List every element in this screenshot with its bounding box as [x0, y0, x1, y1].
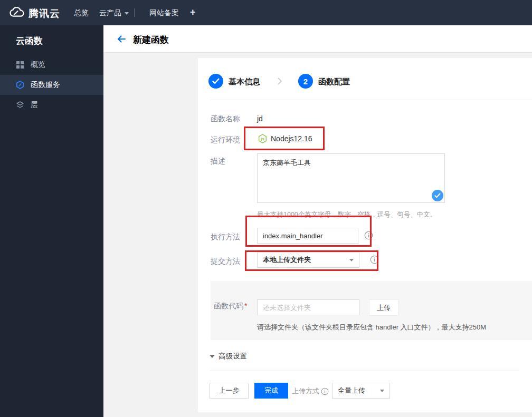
content-area: 基本信息 2 函数配置 函数名称 jd 运行环境 js Nodejs12.16 … [103, 53, 532, 417]
svg-text:js: js [260, 137, 264, 141]
nav-products-label: 云产品 [99, 8, 121, 17]
runtime-label: 运行环境 [211, 135, 254, 145]
submit-method-value: 本地上传文件夹 [263, 255, 311, 265]
sidebar: 云函数 概览 函数服务 [0, 25, 103, 417]
brand-name[interactable]: 腾讯云 [28, 7, 60, 21]
nav-overview[interactable]: 总览 [74, 8, 89, 18]
finish-button[interactable]: 完成 [254, 383, 288, 399]
chevron-down-icon [349, 259, 354, 261]
submit-method-select[interactable]: 本地上传文件夹 [257, 252, 359, 268]
triangle-down-icon [210, 355, 215, 358]
tencent-cloud-console: 腾讯云 总览 云产品 网站备案 + 云函数 概览 [0, 0, 532, 417]
top-navbar: 腾讯云 总览 云产品 网站备案 + [0, 0, 532, 25]
function-code-hint: 请选择文件夹（该文件夹根目录应包含 handler 入口文件），最大支持250M [257, 323, 486, 332]
back-arrow-icon[interactable] [116, 34, 127, 44]
advanced-settings-toggle[interactable]: 高级设置 [210, 352, 247, 361]
runtime-name: Nodejs12.16 [271, 134, 312, 143]
handler-input[interactable] [257, 228, 358, 244]
check-icon [212, 78, 220, 84]
handler-label: 执行方法 [211, 232, 254, 242]
previous-step-button[interactable]: 上一步 [210, 383, 249, 399]
description-label: 描述 [211, 157, 254, 166]
submit-method-label: 提交方法 [211, 257, 254, 266]
sidebar-menu: 概览 函数服务 层 [0, 55, 103, 115]
sidebar-item-label: 层 [31, 100, 38, 110]
description-hint: 最大支持1000个英文字母，数字，空格，逗号、句号、中文。 [257, 210, 436, 219]
stepper-divider [211, 100, 532, 100]
function-hexagon-icon [16, 81, 24, 89]
nodejs-icon: js [258, 134, 267, 143]
upload-mode-label-text: 上传方式 [292, 386, 319, 396]
upload-button[interactable]: 上传 [369, 299, 398, 316]
function-code-label-text: 函数代码 [214, 302, 243, 310]
upload-mode-value: 全量上传 [338, 386, 365, 395]
sidebar-item-function-service[interactable]: 函数服务 [0, 75, 103, 95]
sidebar-item-label: 函数服务 [31, 80, 60, 90]
advanced-settings-label: 高级设置 [218, 352, 247, 361]
info-icon[interactable] [370, 255, 379, 264]
required-asterisk: * [244, 302, 247, 310]
page-header: 新建函数 [103, 25, 532, 53]
nav-products-menu[interactable]: 云产品 [99, 8, 129, 18]
step2-circle: 2 [298, 74, 313, 89]
nav-divider [134, 8, 135, 17]
step2-number: 2 [303, 77, 308, 86]
info-icon[interactable] [321, 387, 329, 395]
upload-mode-select[interactable]: 全量上传 [332, 383, 390, 399]
step1-label: 基本信息 [229, 77, 260, 87]
chevron-down-icon [380, 390, 384, 392]
description-textarea[interactable]: 京东薅羊毛工具 [257, 153, 445, 203]
page-title: 新建函数 [133, 34, 169, 46]
function-name-value: jd [257, 114, 263, 123]
sidebar-item-label: 概览 [31, 60, 45, 70]
layers-icon [16, 101, 24, 109]
sidebar-item-overview[interactable]: 概览 [0, 55, 103, 75]
step2-label: 函数配置 [318, 77, 350, 87]
upload-mode-label: 上传方式 [292, 386, 329, 396]
chevron-down-icon [125, 12, 129, 15]
function-code-label: 函数代码* [214, 302, 247, 311]
create-function-card: 基本信息 2 函数配置 函数名称 jd 运行环境 js Nodejs12.16 … [198, 58, 532, 412]
folder-path-input[interactable] [257, 299, 359, 315]
info-icon[interactable] [364, 231, 373, 240]
step1-done-circle [208, 74, 223, 89]
runtime-value: js Nodejs12.16 [258, 134, 312, 143]
nav-icp-filing[interactable]: 网站备案 [149, 8, 179, 18]
step-chevron-icon [277, 77, 282, 88]
sidebar-item-layers[interactable]: 层 [0, 95, 103, 115]
grid-icon [16, 61, 24, 69]
nav-add-tab-button[interactable]: + [190, 7, 196, 18]
tencent-cloud-logo-icon[interactable] [8, 6, 25, 21]
function-name-label: 函数名称 [211, 114, 254, 124]
footer-divider [211, 371, 519, 371]
sidebar-title: 云函数 [16, 35, 43, 47]
valid-check-icon [432, 190, 443, 201]
